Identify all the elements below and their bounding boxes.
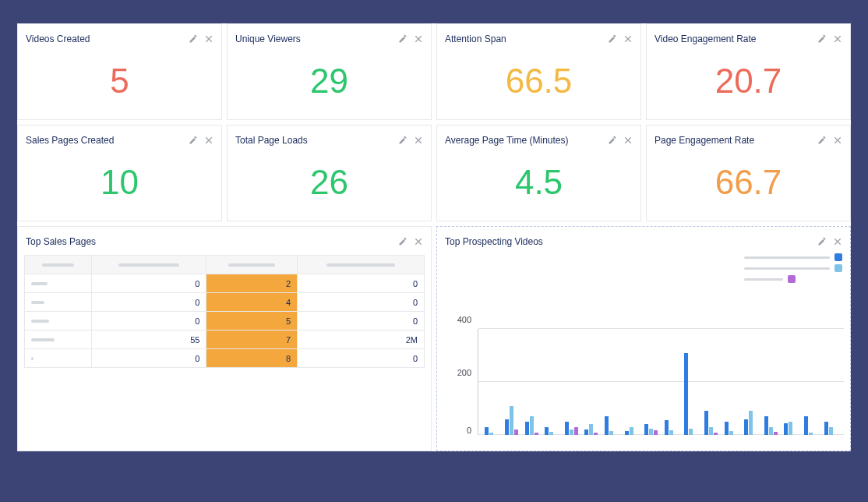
close-icon[interactable]: [204, 34, 213, 44]
pencil-icon[interactable]: [817, 237, 827, 246]
legend-color-icon: [834, 253, 842, 261]
bar: [530, 416, 534, 435]
metric-card: Video Engagement Rate20.7: [646, 23, 851, 120]
metric-card: Videos Created5: [17, 23, 222, 120]
dashboard-frame: Videos Created5Unique Viewers29Attention…: [0, 0, 868, 502]
close-icon[interactable]: [833, 34, 842, 44]
bar: [654, 430, 658, 435]
close-icon[interactable]: [833, 237, 842, 246]
table-header[interactable]: [25, 256, 92, 274]
table-row[interactable]: 050: [25, 312, 425, 331]
bar-group: [641, 329, 662, 435]
table-header[interactable]: [91, 256, 206, 274]
card-header: Top Sales Pages: [18, 227, 431, 250]
table-cell-name: [25, 331, 92, 349]
bar: [824, 422, 828, 435]
bar-group: [801, 329, 821, 435]
card-actions: [189, 34, 213, 44]
close-icon[interactable]: [623, 34, 633, 44]
bar: [489, 433, 493, 435]
table-row[interactable]: 040: [25, 293, 425, 312]
close-icon[interactable]: [414, 34, 423, 44]
chart-plot: [478, 329, 844, 435]
bar: [729, 431, 733, 435]
close-icon[interactable]: [833, 136, 842, 145]
table-header[interactable]: [206, 256, 298, 274]
metrics-row-1: Videos Created5Unique Viewers29Attention…: [17, 23, 851, 120]
pencil-icon[interactable]: [189, 136, 198, 145]
bar-group: [820, 329, 841, 435]
dashboard-board: Videos Created5Unique Viewers29Attention…: [17, 23, 851, 451]
bar: [689, 429, 693, 436]
bar-group: [761, 329, 782, 435]
bar: [609, 431, 613, 435]
bar: [514, 430, 518, 435]
table-header-row: [25, 256, 425, 274]
card-top-prospecting-videos: Top Prospecting Videos: [436, 226, 851, 451]
card-top-sales-pages: Top Sales Pages: [17, 226, 432, 451]
table-cell: 0: [298, 349, 425, 368]
table-cell: 55: [91, 331, 206, 349]
bar: [545, 427, 549, 435]
close-icon[interactable]: [623, 136, 633, 145]
card-actions: [398, 34, 423, 44]
y-tick-label: 0: [445, 426, 471, 435]
table-cell: 0: [91, 349, 206, 368]
pencil-icon[interactable]: [189, 34, 198, 44]
bar: [570, 430, 573, 435]
y-tick-label: 400: [445, 315, 471, 324]
bar-group: [681, 329, 701, 435]
card-header: Average Page Time (Minutes): [437, 126, 640, 149]
bar-group: [581, 329, 602, 435]
bar: [769, 427, 773, 435]
pencil-icon[interactable]: [608, 136, 617, 145]
close-icon[interactable]: [204, 136, 213, 145]
legend-item: [744, 264, 842, 272]
table-row[interactable]: 5572M: [25, 331, 425, 349]
bar: [829, 427, 833, 435]
card-actions: [817, 237, 842, 246]
legend-color-icon: [834, 264, 842, 272]
table-wrap: 0200400505572M080: [18, 250, 431, 374]
bar: [630, 427, 633, 435]
table-cell: 0: [298, 293, 425, 312]
table-cell: 0: [91, 312, 206, 331]
legend-item: [744, 275, 842, 283]
table-header[interactable]: [298, 256, 425, 274]
table-cell: 5: [206, 312, 298, 331]
close-icon[interactable]: [414, 136, 423, 145]
bar: [744, 419, 748, 435]
metric-value: 20.7: [647, 48, 850, 119]
close-icon[interactable]: [414, 237, 423, 246]
table-cell: 0: [298, 274, 425, 293]
charts-row: Top Sales Pages: [17, 226, 851, 451]
legend-item: [744, 253, 842, 261]
card-actions: [608, 34, 633, 44]
card-title: Video Engagement Rate: [655, 34, 817, 44]
pencil-icon[interactable]: [817, 136, 827, 145]
metric-card: Total Page Loads26: [227, 125, 432, 221]
sales-table: 0200400505572M080: [24, 255, 425, 368]
pencil-icon[interactable]: [608, 34, 617, 44]
bar: [774, 432, 778, 435]
metric-value: 66.5: [437, 48, 640, 119]
card-title: Sales Pages Created: [26, 135, 189, 146]
bar-group: [561, 329, 581, 435]
bar: [505, 419, 509, 435]
pencil-icon[interactable]: [398, 34, 408, 44]
metric-value: 5: [18, 48, 221, 119]
pencil-icon[interactable]: [398, 136, 408, 145]
table-row[interactable]: 020: [25, 274, 425, 293]
card-header: Videos Created: [18, 24, 221, 48]
bar: [684, 353, 688, 435]
bar-group: [482, 329, 502, 435]
bar: [789, 422, 792, 435]
card-header: Sales Pages Created: [18, 126, 221, 149]
table-row[interactable]: 080: [25, 349, 425, 368]
card-header: Top Prospecting Videos: [437, 227, 850, 250]
table-cell: 2: [206, 274, 298, 293]
metric-card: Page Engagement Rate66.7: [646, 125, 851, 221]
pencil-icon[interactable]: [398, 237, 408, 246]
pencil-icon[interactable]: [817, 34, 827, 44]
bar: [549, 432, 553, 435]
